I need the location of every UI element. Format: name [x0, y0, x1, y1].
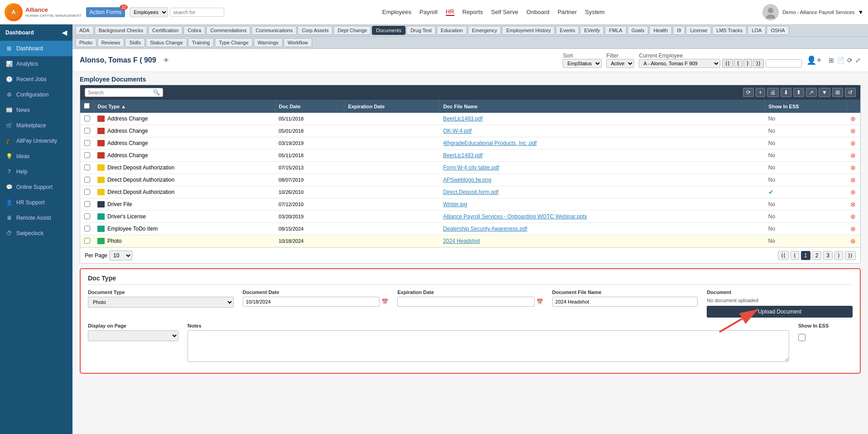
sidebar-item-recent-jobs[interactable]: 🕐 Recent Jobs — [0, 72, 72, 87]
download-button[interactable]: ⬇ — [781, 88, 791, 97]
search-category-select[interactable]: Employees Payroll HR — [130, 7, 168, 17]
row-checkbox-9[interactable] — [84, 226, 90, 231]
nav-reports[interactable]: Reports — [463, 9, 483, 15]
sidebar-item-ideas[interactable]: 💡 Ideas — [0, 149, 72, 164]
first-page-button[interactable]: ⟨⟨ — [778, 251, 789, 260]
file-link[interactable]: 4thgradeEducational Products, Inc .pdf — [443, 140, 537, 146]
delete-icon[interactable]: ⊗ — [850, 115, 856, 122]
tab-warnings[interactable]: Warnings — [254, 38, 283, 47]
file-link[interactable]: Dealership Security Awareness.pdf — [443, 226, 527, 232]
expiration-date-calendar-icon[interactable]: 📅 — [536, 299, 543, 305]
delete-icon[interactable]: ⊗ — [850, 225, 856, 232]
tab-everify[interactable]: EVerify — [580, 26, 604, 35]
sidebar-collapse-arrow[interactable]: ◀ — [62, 29, 67, 36]
tab-cobra[interactable]: Cobra — [183, 26, 205, 35]
sort-select[interactable]: EmpStatus — [563, 59, 602, 68]
tab-type-change[interactable]: Type Change — [215, 38, 252, 47]
eye-icon[interactable]: 👁 — [164, 57, 169, 63]
sidebar-item-online-support[interactable]: 💬 Online Support — [0, 179, 72, 195]
file-link[interactable]: APSweblogo.fw.png — [443, 177, 492, 183]
delete-icon[interactable]: ⊗ — [850, 127, 856, 135]
tab-reviews[interactable]: Reviews — [97, 38, 125, 47]
file-link[interactable]: BeerLic1483.pdf — [443, 152, 482, 159]
tab-skills[interactable]: Skills — [125, 38, 145, 47]
row-checkbox-7[interactable] — [84, 201, 90, 207]
tab-communications[interactable]: Communications — [251, 26, 297, 35]
nav-onboard[interactable]: Onboard — [526, 9, 550, 15]
tab-osha[interactable]: OSHA — [767, 26, 789, 35]
nav-payroll[interactable]: Payroll — [420, 9, 438, 15]
sidebar-item-swipeclock[interactable]: ⏱ Swipeclock — [0, 226, 72, 241]
next-button[interactable]: ⟩ — [743, 59, 752, 68]
documents-search-input[interactable] — [88, 90, 151, 95]
print-button[interactable]: 🖨 — [767, 88, 779, 97]
tab-certification[interactable]: Certification — [148, 26, 183, 35]
page-2-button[interactable]: 2 — [812, 251, 822, 260]
row-checkbox-10[interactable] — [84, 238, 90, 244]
file-link[interactable]: Alliance Payroll Services - Onboarding W… — [443, 213, 587, 220]
reset-button[interactable]: ↺ — [845, 88, 856, 97]
sidebar-item-hr-support[interactable]: 👤 HR Support — [0, 195, 72, 210]
tab-lms-tracks[interactable]: LMS Tracks — [712, 26, 747, 35]
tab-fmla[interactable]: FMLA — [605, 26, 626, 35]
grid-view-button[interactable]: ⊞ — [829, 57, 834, 64]
document-date-calendar-icon[interactable]: 📅 — [381, 299, 388, 305]
row-checkbox-1[interactable] — [84, 128, 90, 134]
tab-i9[interactable]: I9 — [673, 26, 685, 35]
tab-photo[interactable]: Photo — [75, 38, 96, 47]
sidebar-item-configuration[interactable]: ⚙ Configuration — [0, 87, 72, 102]
tab-education[interactable]: Education — [437, 26, 467, 35]
expiration-date-input[interactable] — [397, 297, 535, 307]
refresh-button[interactable]: ⟳ — [743, 88, 754, 97]
user-dropdown-arrow[interactable]: ▼ — [858, 9, 863, 15]
tab-background-checks[interactable]: Background Checks — [95, 26, 147, 35]
sidebar-item-dashboard[interactable]: ⊞ Dashboard — [0, 41, 72, 56]
history-button[interactable]: ⟳ — [847, 57, 853, 64]
display-on-page-select[interactable] — [88, 330, 178, 341]
row-checkbox-3[interactable] — [84, 152, 90, 158]
prev-button[interactable]: ⟨ — [734, 59, 743, 68]
tab-employment-history[interactable]: Employment History — [502, 26, 555, 35]
document-type-select[interactable]: Photo Address Change Direct Deposit Auth… — [88, 297, 234, 308]
file-name-input[interactable] — [552, 297, 698, 307]
page-3-button[interactable]: 3 — [823, 251, 833, 260]
nav-employees[interactable]: Employees — [382, 9, 411, 15]
upload-toolbar-button[interactable]: ⬆ — [793, 88, 804, 97]
show-in-ess-checkbox[interactable] — [798, 334, 805, 341]
file-link[interactable]: Direct.Deposit.form.pdf — [443, 189, 499, 195]
nav-system[interactable]: System — [585, 9, 604, 15]
columns-button[interactable]: ⊞ — [832, 88, 843, 97]
nav-hr[interactable]: HR — [446, 8, 454, 16]
delete-icon[interactable]: ⊗ — [850, 188, 856, 196]
filter-button[interactable]: ▼ — [819, 88, 830, 97]
document-view-button[interactable]: 📄 — [837, 57, 844, 64]
prev-prev-button[interactable]: ⟨⟨ — [722, 59, 733, 68]
row-checkbox-5[interactable] — [84, 177, 90, 183]
tab-workflow[interactable]: Workflow — [284, 38, 312, 47]
delete-icon[interactable]: ⊗ — [850, 237, 856, 245]
delete-icon[interactable]: ⊗ — [850, 213, 856, 220]
file-link[interactable]: Winter.jpg — [443, 201, 467, 207]
add-button[interactable]: + — [756, 88, 765, 97]
search-input[interactable] — [170, 8, 224, 17]
tab-goals[interactable]: Goals — [627, 26, 649, 35]
tab-corp-assets[interactable]: Corp Assets — [298, 26, 333, 35]
tab-commendations[interactable]: Commendations — [206, 26, 251, 35]
last-page-button[interactable]: ⟩⟩ — [845, 251, 856, 260]
action-forms-button[interactable]: Action Forms 22 — [86, 7, 125, 17]
sidebar-item-allpay-university[interactable]: 🎓 AllPay University — [0, 133, 72, 149]
tab-events[interactable]: Events — [556, 26, 579, 35]
tab-emergency[interactable]: Emergency — [468, 26, 502, 35]
file-link[interactable]: BeerLic1483.pdf — [443, 116, 482, 122]
select-all-checkbox[interactable] — [84, 103, 90, 109]
tab-status-change[interactable]: Status Change — [146, 38, 187, 47]
document-date-input[interactable] — [243, 297, 380, 307]
row-checkbox-8[interactable] — [84, 213, 90, 219]
sidebar-item-analytics[interactable]: 📊 Analytics — [0, 56, 72, 72]
file-link[interactable]: 2024 Headshot — [443, 238, 480, 244]
current-employee-select[interactable]: A - Alonso, Tomas F 909 — [639, 59, 720, 68]
delete-icon[interactable]: ⊗ — [850, 201, 856, 208]
tab-license[interactable]: License — [686, 26, 711, 35]
sidebar-item-marketplace[interactable]: 🛒 Marketplace — [0, 118, 72, 133]
file-link[interactable]: Form W-4 city table.pdf — [443, 164, 499, 171]
